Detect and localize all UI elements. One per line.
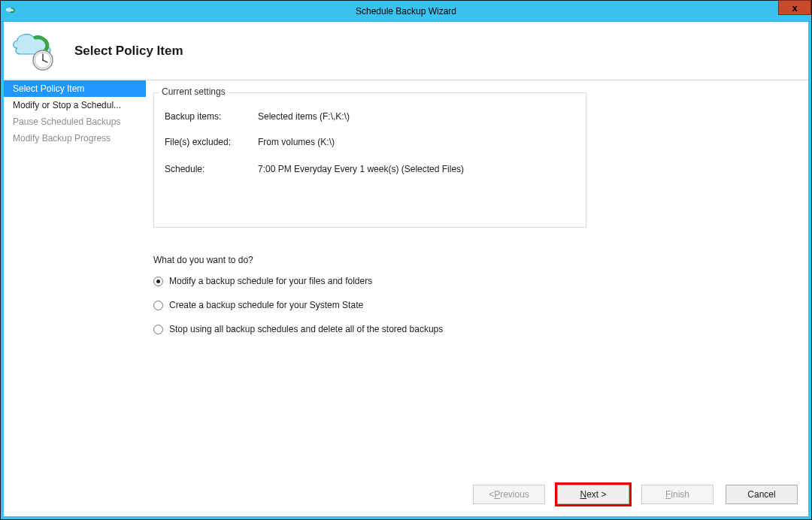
close-button[interactable]: x	[778, 0, 811, 15]
sidebar-item-label: Pause Scheduled Backups	[13, 116, 120, 127]
button-mnemonic: F	[665, 489, 671, 500]
close-icon: x	[792, 2, 797, 14]
current-settings-group: Current settings Backup items: Selected …	[153, 92, 586, 228]
row-backup-items: Backup items: Selected items (F:\,K:\)	[165, 111, 575, 122]
prompt-text: What do you want to do?	[153, 255, 796, 265]
wizard-footer: < Previous Next > Finish Cancel	[4, 473, 808, 516]
radio-stop-delete-all[interactable]: Stop using all backup schedules and dele…	[153, 324, 796, 334]
previous-button: < Previous	[473, 485, 545, 504]
sidebar-item-modify-progress: Modify Backup Progress	[4, 130, 146, 147]
titlebar: Schedule Backup Wizard x	[1, 1, 811, 22]
header-icon	[10, 30, 58, 72]
radio-icon	[153, 301, 163, 310]
page-title: Select Policy Item	[74, 44, 183, 59]
finish-button: Finish	[641, 485, 714, 504]
wizard-main: Current settings Backup items: Selected …	[146, 80, 808, 473]
button-mnemonic: P	[494, 489, 500, 500]
sidebar-item-label: Modify or Stop a Schedul...	[13, 100, 121, 110]
value-backup-items: Selected items (F:\,K:\)	[258, 111, 350, 122]
button-rest: ext >	[586, 489, 606, 500]
group-label: Current settings	[159, 86, 229, 97]
app-icon	[4, 4, 19, 19]
radio-group-action: Modify a backup schedule for your files …	[153, 276, 796, 334]
sidebar-item-label: Select Policy Item	[13, 83, 84, 94]
sidebar-item-modify-stop[interactable]: Modify or Stop a Schedul...	[4, 97, 146, 113]
radio-label: Create a backup schedule for your System…	[169, 300, 363, 310]
button-label: Cancel	[747, 489, 775, 500]
sidebar-item-select-policy[interactable]: Select Policy Item	[4, 80, 146, 97]
cancel-button[interactable]: Cancel	[726, 485, 798, 504]
radio-icon	[153, 325, 163, 334]
sidebar-item-pause-backups: Pause Scheduled Backups	[4, 113, 146, 130]
value-files-excluded: From volumes (K:\)	[258, 137, 335, 147]
value-schedule: 7:00 PM Everyday Every 1 week(s) (Select…	[258, 164, 464, 174]
next-button[interactable]: Next >	[557, 485, 629, 504]
row-schedule: Schedule: 7:00 PM Everyday Every 1 week(…	[165, 164, 575, 174]
radio-modify-schedule[interactable]: Modify a backup schedule for your files …	[153, 276, 796, 286]
label-backup-items: Backup items:	[165, 111, 258, 122]
button-mnemonic: N	[580, 489, 586, 500]
client-area: Select Policy Item Select Policy Item Mo…	[1, 22, 811, 519]
radio-label: Modify a backup schedule for your files …	[169, 276, 372, 286]
button-rest: revious	[500, 489, 529, 500]
sidebar-item-label: Modify Backup Progress	[13, 133, 111, 144]
row-files-excluded: File(s) excluded: From volumes (K:\)	[165, 137, 575, 147]
label-files-excluded: File(s) excluded:	[165, 137, 258, 147]
wizard-body: Select Policy Item Modify or Stop a Sche…	[4, 80, 808, 473]
radio-label: Stop using all backup schedules and dele…	[169, 324, 443, 334]
button-prefix: <	[489, 489, 494, 500]
radio-icon	[153, 277, 163, 286]
wizard-sidebar: Select Policy Item Modify or Stop a Sche…	[4, 80, 146, 473]
label-schedule: Schedule:	[165, 164, 258, 174]
window-frame: Schedule Backup Wizard x Select Policy I	[0, 0, 812, 520]
svg-point-7	[42, 59, 44, 60]
wizard-header: Select Policy Item	[4, 22, 808, 80]
radio-create-system-state[interactable]: Create a backup schedule for your System…	[153, 300, 796, 310]
window-title: Schedule Backup Wizard	[1, 6, 811, 17]
button-rest: inish	[671, 489, 689, 500]
